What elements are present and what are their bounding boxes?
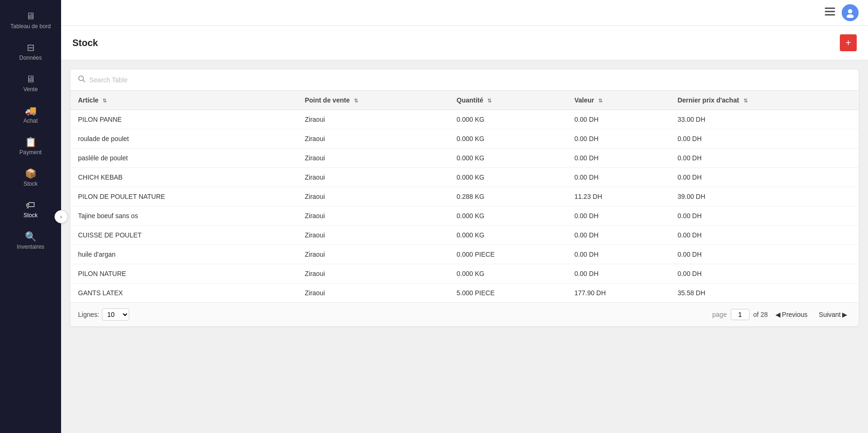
sidebar-item-stock2[interactable]: 🏷 Stock xyxy=(0,194,61,225)
stock1-icon: 📦 xyxy=(25,169,37,178)
add-stock-button[interactable]: + xyxy=(840,34,857,51)
payment-icon: 📋 xyxy=(25,137,37,147)
lignes-label: Lignes: xyxy=(78,311,99,318)
cell-valeur: 0.00 DH xyxy=(567,168,670,187)
cell-point_de_vente: Ziraoui xyxy=(297,264,449,283)
cell-quantite: 0.000 KG xyxy=(449,264,567,283)
sidebar-item-label: Inventaires xyxy=(17,244,45,250)
cell-point_de_vente: Ziraoui xyxy=(297,168,449,187)
table-row: huile d'arganZiraoui0.000 PIECE0.00 DH0.… xyxy=(70,245,859,264)
search-input[interactable] xyxy=(89,76,851,84)
col-valeur[interactable]: Valeur ⇅ xyxy=(567,91,670,110)
next-chevron-icon: ▶ xyxy=(842,311,847,318)
sidebar-item-vente[interactable]: 🖥 Vente xyxy=(0,68,61,99)
table-row: GANTS LATEXZiraoui5.000 PIECE177.90 DH35… xyxy=(70,283,859,303)
cell-quantite: 0.000 KG xyxy=(449,110,567,129)
avatar[interactable] xyxy=(842,4,859,21)
sidebar-item-payment[interactable]: 📋 Payment xyxy=(0,131,61,162)
col-quantite[interactable]: Quantité ⇅ xyxy=(449,91,567,110)
vente-icon: 🖥 xyxy=(26,74,35,84)
svg-point-4 xyxy=(848,9,852,14)
cell-dernier_prix_achat: 0.00 DH xyxy=(670,264,859,283)
page-content: Stock + Article xyxy=(61,26,868,433)
search-icon xyxy=(78,75,86,85)
cell-dernier_prix_achat: 0.00 DH xyxy=(670,245,859,264)
cell-quantite: 0.288 KG xyxy=(449,187,567,206)
sidebar-item-label: Payment xyxy=(19,149,41,156)
page-title: Stock xyxy=(72,38,98,48)
cell-valeur: 0.00 DH xyxy=(567,129,670,149)
sidebar-item-donnees[interactable]: ⊟ Données xyxy=(0,36,61,68)
col-article[interactable]: Article ⇅ xyxy=(70,91,297,110)
achat-icon: 🚚 xyxy=(25,106,37,115)
svg-line-7 xyxy=(83,80,85,82)
cell-article: pasléle de poulet xyxy=(70,149,297,168)
pagination: page of 28 ◀ Previous Suivant ▶ xyxy=(712,309,851,320)
list-icon[interactable] xyxy=(825,8,835,18)
cell-valeur: 177.90 DH xyxy=(567,283,670,303)
sort-icon-quantite: ⇅ xyxy=(487,98,492,103)
cell-article: PILON NATURE xyxy=(70,264,297,283)
svg-rect-2 xyxy=(825,14,835,16)
cell-point_de_vente: Ziraoui xyxy=(297,149,449,168)
col-dernier-prix[interactable]: Dernier prix d'achat ⇅ xyxy=(670,91,859,110)
page-header: Stock + xyxy=(61,26,868,60)
sidebar-item-label: Achat xyxy=(23,118,38,124)
table-row: PILON NATUREZiraoui0.000 KG0.00 DH0.00 D… xyxy=(70,264,859,283)
rows-per-page-select[interactable]: 10 25 50 100 xyxy=(102,308,129,321)
table-row: CUISSE DE POULETZiraoui0.000 KG0.00 DH0.… xyxy=(70,226,859,245)
table-row: pasléle de pouletZiraoui0.000 KG0.00 DH0… xyxy=(70,149,859,168)
cell-article: PILON DE POULET NATURE xyxy=(70,187,297,206)
cell-article: huile d'argan xyxy=(70,245,297,264)
previous-button[interactable]: ◀ Previous xyxy=(772,309,811,320)
stock-table: Article ⇅ Point de vente ⇅ Quantité ⇅ xyxy=(70,91,859,302)
sidebar-item-label: Données xyxy=(19,55,42,61)
cell-quantite: 0.000 KG xyxy=(449,168,567,187)
cell-quantite: 0.000 KG xyxy=(449,226,567,245)
cell-quantite: 0.000 KG xyxy=(449,129,567,149)
cell-article: GANTS LATEX xyxy=(70,283,297,303)
cell-quantite: 0.000 PIECE xyxy=(449,245,567,264)
cell-valeur: 0.00 DH xyxy=(567,264,670,283)
sidebar-item-achat[interactable]: 🚚 Achat xyxy=(0,99,61,131)
cell-quantite: 5.000 PIECE xyxy=(449,283,567,303)
sidebar-item-label: Tableau de bord xyxy=(10,23,51,30)
main-content: Stock + Article xyxy=(61,0,868,433)
page-label: page xyxy=(712,311,727,318)
sidebar: 🖥 Tableau de bord ⊟ Données 🖥 Vente 🚚 Ac… xyxy=(0,0,61,433)
next-button[interactable]: Suivant ▶ xyxy=(815,309,851,320)
svg-rect-1 xyxy=(825,11,835,12)
cell-valeur: 0.00 DH xyxy=(567,149,670,168)
sidebar-item-stock1[interactable]: 📦 Stock xyxy=(0,162,61,194)
sort-icon-pdv: ⇅ xyxy=(354,98,358,103)
of-total: of 28 xyxy=(753,311,768,318)
cell-dernier_prix_achat: 39.00 DH xyxy=(670,187,859,206)
donnees-icon: ⊟ xyxy=(27,43,35,52)
cell-quantite: 0.000 KG xyxy=(449,206,567,226)
cell-dernier_prix_achat: 0.00 DH xyxy=(670,168,859,187)
col-point-de-vente[interactable]: Point de vente ⇅ xyxy=(297,91,449,110)
sidebar-collapse-button[interactable]: ‹ xyxy=(55,210,68,223)
rows-selector: Lignes: 10 25 50 100 xyxy=(78,308,129,321)
cell-point_de_vente: Ziraoui xyxy=(297,226,449,245)
sort-icon-valeur: ⇅ xyxy=(598,98,602,103)
sidebar-item-inventaires[interactable]: 🔍 Inventaires xyxy=(0,225,61,257)
sidebar-item-tableau-de-bord[interactable]: 🖥 Tableau de bord xyxy=(0,5,61,36)
cell-point_de_vente: Ziraoui xyxy=(297,187,449,206)
cell-dernier_prix_achat: 33.00 DH xyxy=(670,110,859,129)
sort-icon-prix: ⇅ xyxy=(743,98,748,103)
cell-valeur: 11.23 DH xyxy=(567,187,670,206)
cell-article: CUISSE DE POULET xyxy=(70,226,297,245)
cell-dernier_prix_achat: 0.00 DH xyxy=(670,149,859,168)
cell-valeur: 0.00 DH xyxy=(567,226,670,245)
cell-valeur: 0.00 DH xyxy=(567,206,670,226)
table-row: roulade de pouletZiraoui0.000 KG0.00 DH0… xyxy=(70,129,859,149)
svg-rect-3 xyxy=(833,8,835,8)
sidebar-item-label: Vente xyxy=(23,86,38,93)
page-input[interactable] xyxy=(731,309,750,320)
cell-dernier_prix_achat: 0.00 DH xyxy=(670,129,859,149)
cell-point_de_vente: Ziraoui xyxy=(297,110,449,129)
table-row: PILON PANNEZiraoui0.000 KG0.00 DH33.00 D… xyxy=(70,110,859,129)
cell-point_de_vente: Ziraoui xyxy=(297,245,449,264)
cell-article: PILON PANNE xyxy=(70,110,297,129)
